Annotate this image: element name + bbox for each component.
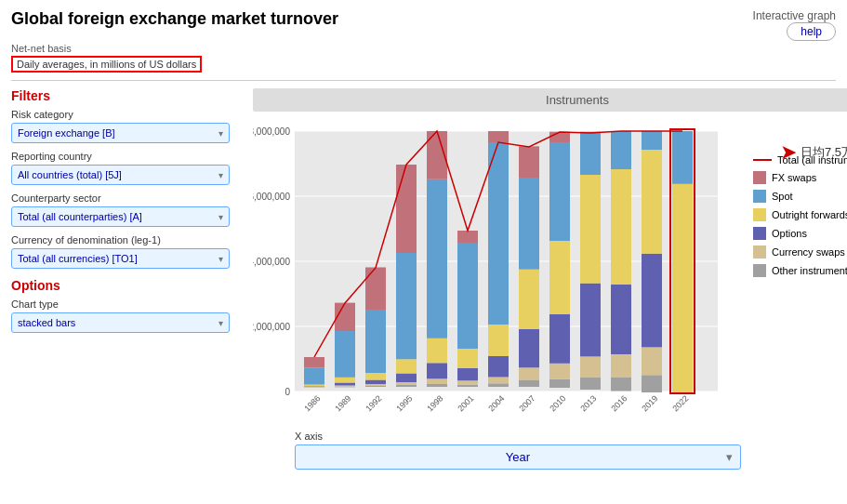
x-axis-label: X axis [295, 431, 847, 442]
svg-text:1995: 1995 [394, 393, 414, 413]
legend-label-cswaps: Currency swaps [772, 246, 845, 258]
currency-group: Currency of denomination (leg-1) Total (… [11, 234, 244, 269]
svg-text:1992: 1992 [364, 393, 383, 413]
svg-rect-49 [457, 349, 478, 368]
svg-text:2007: 2007 [517, 393, 536, 413]
legend-item-fxswaps: FX swaps [753, 171, 847, 184]
svg-rect-39 [427, 384, 447, 387]
svg-rect-41 [427, 363, 447, 378]
y-axis-label: Y axis [253, 113, 847, 125]
svg-rect-103 [672, 131, 693, 184]
chart-type-select[interactable]: stacked bars ▾ [11, 312, 230, 333]
svg-rect-72 [549, 241, 570, 314]
legend-item-forwards: Outright forwards [753, 208, 847, 221]
svg-rect-54 [488, 383, 509, 387]
svg-rect-94 [642, 254, 662, 348]
help-button[interactable]: help [787, 22, 836, 41]
svg-rect-64 [519, 270, 539, 329]
svg-rect-22 [335, 331, 355, 378]
svg-rect-14 [304, 385, 324, 387]
svg-rect-42 [427, 338, 447, 364]
svg-rect-95 [642, 150, 662, 254]
reporting-country-select[interactable]: All countries (total) [5J] ▾ [11, 165, 230, 185]
svg-text:4,000,000: 4,000,000 [253, 257, 290, 267]
legend-color-forwards [753, 208, 766, 221]
legend-label-spot: Spot [772, 191, 793, 202]
svg-rect-89 [611, 131, 631, 169]
svg-rect-61 [519, 380, 539, 388]
bar-chart: 8,000,000 6,000,000 4,000,000 2,000,000 … [253, 126, 746, 424]
risk-category-chevron-icon: ▾ [218, 128, 223, 139]
legend-item-other: Other instruments [753, 264, 847, 277]
interactive-graph-label: Interactive graph [753, 9, 836, 22]
svg-rect-47 [457, 380, 478, 384]
svg-text:2010: 2010 [548, 393, 567, 413]
svg-rect-87 [611, 285, 631, 354]
svg-rect-67 [519, 146, 539, 178]
svg-rect-75 [549, 132, 570, 142]
legend-item-cswaps: Currency swaps [753, 245, 847, 259]
legend-color-other [753, 264, 766, 277]
counterparty-value: Total (all counterparties) [A] [18, 211, 142, 222]
svg-rect-69 [549, 379, 570, 388]
chart-container: 8,000,000 6,000,000 4,000,000 2,000,000 … [253, 126, 746, 427]
svg-rect-20 [335, 383, 355, 386]
svg-text:2001: 2001 [456, 393, 475, 413]
svg-text:6,000,000: 6,000,000 [253, 192, 290, 202]
reporting-country-value: All countries (total) [5J] [18, 169, 122, 180]
svg-text:2013: 2013 [578, 393, 598, 413]
currency-select[interactable]: Total (all currencies) [TO1] ▾ [11, 248, 230, 269]
svg-text:2016: 2016 [609, 393, 629, 413]
svg-rect-36 [396, 253, 417, 359]
annotation: ➤ 日均7.5万亿美元 [780, 140, 847, 165]
svg-rect-85 [611, 378, 631, 391]
subtitle: Net-net basis [11, 43, 836, 54]
currency-value: Total (all currencies) [TO1] [18, 253, 138, 264]
svg-text:1986: 1986 [302, 393, 322, 413]
risk-category-select[interactable]: Foreign exchange [B] ▾ [11, 123, 230, 143]
x-axis-value: Year [506, 450, 530, 464]
legend-item-spot: Spot [753, 190, 847, 203]
chart-legend: Total (all instruments) FX swaps Spot Ou… [753, 154, 847, 427]
svg-text:2022: 2022 [670, 393, 690, 413]
legend-label-other: Other instruments [772, 265, 847, 276]
chart-type-value: stacked bars [18, 317, 75, 328]
counterparty-group: Counterparty sector Total (all counterpa… [11, 192, 244, 227]
svg-text:8,000,000: 8,000,000 [253, 126, 290, 137]
svg-rect-43 [427, 179, 447, 338]
x-axis-chevron-icon: ▾ [726, 450, 733, 464]
svg-text:2,000,000: 2,000,000 [253, 322, 290, 332]
svg-rect-66 [519, 178, 539, 270]
x-axis-dropdown[interactable]: Year ▾ [295, 444, 741, 470]
svg-rect-59 [488, 131, 509, 142]
chart-type-chevron-icon: ▾ [218, 318, 223, 328]
svg-rect-30 [365, 268, 386, 311]
svg-rect-55 [488, 378, 509, 384]
legend-color-fxswaps [753, 171, 766, 184]
legend-color-cswaps [753, 245, 766, 259]
svg-rect-71 [549, 314, 570, 364]
legend-item-options: Options [753, 227, 847, 240]
svg-rect-82 [580, 133, 601, 175]
reporting-country-chevron-icon: ▾ [218, 170, 223, 180]
legend-label-forwards: Outright forwards [772, 209, 847, 220]
svg-rect-35 [396, 359, 417, 373]
legend-color-options [753, 227, 766, 240]
annotation-arrow-icon: ➤ [780, 140, 797, 165]
page-title: Global foreign exchange market turnover [11, 9, 338, 29]
svg-rect-63 [519, 329, 539, 367]
svg-rect-37 [396, 165, 417, 253]
instruments-dropdown[interactable]: Instruments ▾ [253, 88, 847, 112]
counterparty-select[interactable]: Total (all counterparties) [A] ▾ [11, 206, 230, 227]
svg-rect-70 [549, 364, 570, 379]
risk-category-group: Risk category Foreign exchange [B] ▾ [11, 109, 244, 143]
currency-label: Currency of denomination (leg-1) [11, 234, 244, 245]
counterparty-label: Counterparty sector [11, 192, 244, 204]
svg-rect-12 [304, 387, 324, 388]
svg-rect-86 [611, 354, 631, 378]
currency-chevron-icon: ▾ [218, 254, 223, 264]
svg-rect-40 [427, 378, 447, 384]
legend-label-fxswaps: FX swaps [772, 172, 816, 183]
svg-rect-18 [335, 387, 355, 388]
svg-text:2019: 2019 [640, 393, 659, 413]
